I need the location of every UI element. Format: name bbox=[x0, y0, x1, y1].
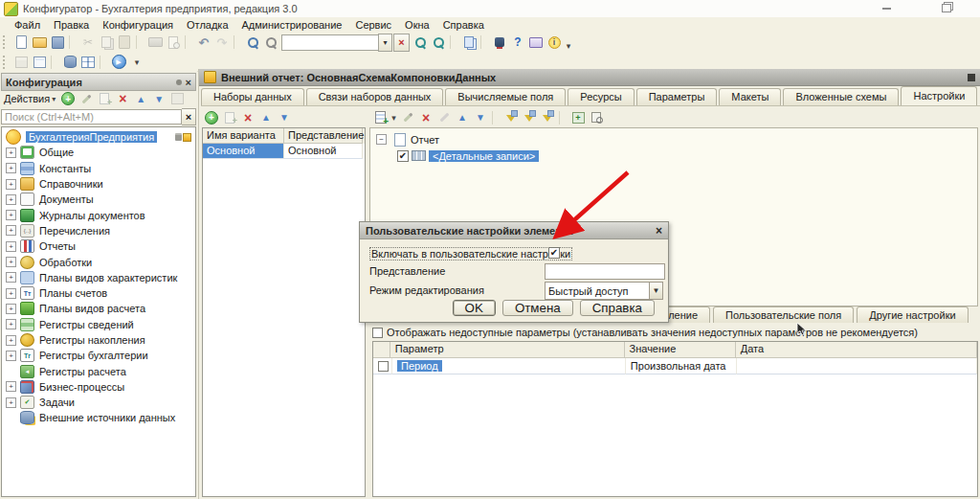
add-element-icon[interactable] bbox=[371, 109, 389, 125]
tree-item[interactable]: +Обработки bbox=[2, 254, 195, 269]
add-icon[interactable] bbox=[59, 91, 77, 107]
undo-icon[interactable] bbox=[195, 34, 212, 51]
expand-icon[interactable]: + bbox=[6, 351, 16, 361]
variant-row[interactable]: ОсновнойОсновной bbox=[203, 144, 365, 159]
parameter-row[interactable]: ПериодПроизвольная дата bbox=[373, 358, 977, 374]
tree-item[interactable]: +Отчеты bbox=[2, 238, 195, 254]
tree-item[interactable]: +Журналы документов bbox=[2, 207, 195, 222]
column-header[interactable]: Имя варианта bbox=[203, 128, 284, 144]
tab-active[interactable]: Настройки bbox=[901, 86, 977, 105]
expand-icon[interactable]: + bbox=[6, 210, 16, 220]
start-debugging-icon[interactable] bbox=[110, 54, 127, 70]
ok-button[interactable]: OK bbox=[453, 300, 496, 316]
collapse-icon[interactable]: − bbox=[376, 134, 387, 145]
dropdown-caret-icon[interactable] bbox=[390, 109, 398, 125]
expand-icon[interactable]: + bbox=[6, 257, 16, 267]
search-clear-icon[interactable]: × bbox=[182, 108, 196, 125]
form-icon[interactable] bbox=[12, 54, 30, 70]
delete-icon[interactable] bbox=[239, 109, 256, 125]
expand-icon[interactable]: + bbox=[6, 272, 16, 283]
parameter-checkbox[interactable] bbox=[378, 361, 389, 372]
edit-mode-select[interactable]: Быстрый доступ ▼ bbox=[545, 282, 663, 300]
menu-item[interactable]: Конфигурация bbox=[96, 19, 180, 31]
tree-item[interactable]: Регистры расчета bbox=[2, 363, 195, 378]
menu-item[interactable]: Справка bbox=[436, 19, 491, 31]
move-up-icon[interactable] bbox=[132, 91, 149, 107]
database-icon[interactable] bbox=[61, 54, 78, 70]
menu-item[interactable]: Правка bbox=[47, 19, 96, 31]
tree-item-report[interactable]: − Отчет bbox=[376, 131, 977, 147]
expand-icon[interactable]: + bbox=[6, 163, 16, 173]
close-icon[interactable]: × bbox=[186, 77, 191, 88]
column-header[interactable]: Значение bbox=[625, 342, 736, 358]
add-copy-icon[interactable] bbox=[96, 91, 113, 107]
menu-item[interactable]: Окна bbox=[398, 19, 436, 31]
tree-item[interactable]: +Планы счетов bbox=[2, 285, 195, 301]
menu-item[interactable]: Администрирование bbox=[235, 19, 349, 31]
expand-icon[interactable]: + bbox=[6, 147, 16, 158]
detail-records-checkbox[interactable] bbox=[397, 150, 409, 162]
actions-menu[interactable]: Действия bbox=[4, 93, 50, 104]
parameter-date-cell[interactable] bbox=[737, 358, 977, 374]
expand-icon[interactable]: + bbox=[6, 397, 16, 408]
quick-search-input[interactable] bbox=[281, 34, 378, 51]
expand-icon[interactable]: + bbox=[6, 241, 16, 252]
tree-item[interactable]: +Регистры бухгалтерии bbox=[2, 348, 195, 363]
search-input[interactable] bbox=[1, 109, 182, 125]
quick-search-combo[interactable]: ▾ × bbox=[281, 34, 410, 52]
settings-bottom-tab[interactable]: Пользовательские поля bbox=[713, 306, 854, 323]
toolbar-grip[interactable] bbox=[3, 35, 10, 49]
menu-item[interactable]: Сервис bbox=[348, 19, 398, 31]
global-search-icon[interactable] bbox=[244, 34, 261, 51]
tree-item[interactable]: БухгалтерияПредприятия bbox=[2, 129, 195, 145]
tree-item[interactable]: +Справочники bbox=[2, 176, 195, 192]
tab-item[interactable]: Ресурсы bbox=[568, 88, 634, 105]
autoorder-icon[interactable] bbox=[435, 109, 453, 125]
add-icon[interactable] bbox=[203, 109, 220, 125]
column-header[interactable]: Параметр bbox=[390, 342, 625, 358]
document-window-controls[interactable] bbox=[968, 74, 975, 81]
expand-icon[interactable]: + bbox=[6, 194, 16, 205]
move-out-of-group-icon[interactable] bbox=[539, 109, 556, 125]
settings-add-icon[interactable] bbox=[569, 109, 587, 125]
checkbox-column-header[interactable] bbox=[373, 342, 390, 358]
zoom-icon[interactable] bbox=[262, 34, 279, 51]
sort-icon[interactable] bbox=[168, 91, 186, 107]
move-down-icon[interactable] bbox=[276, 109, 293, 125]
grouping-icon[interactable] bbox=[502, 109, 520, 125]
save-icon[interactable] bbox=[49, 34, 66, 51]
tree-item[interactable]: +Общие bbox=[2, 145, 195, 160]
expand-icon[interactable]: + bbox=[6, 179, 16, 190]
help-book-icon[interactable] bbox=[527, 34, 545, 51]
tree-item[interactable]: +Константы bbox=[2, 161, 195, 176]
tree-item[interactable]: +Документы bbox=[2, 192, 195, 207]
tree-item[interactable]: +Регистры накопления bbox=[2, 332, 195, 348]
move-up-icon[interactable] bbox=[257, 109, 275, 125]
variant-presentation-cell[interactable]: Основной bbox=[284, 144, 363, 159]
paste-icon[interactable] bbox=[116, 34, 133, 51]
toolbar-grip[interactable] bbox=[3, 56, 10, 69]
settings-bottom-tab[interactable]: Другие настройки bbox=[857, 306, 968, 323]
expand-icon[interactable]: + bbox=[6, 288, 16, 299]
presentation-input[interactable] bbox=[545, 263, 665, 280]
tab-item[interactable]: Макеты bbox=[719, 88, 781, 105]
tab-item[interactable]: Наборы данных bbox=[201, 88, 304, 105]
delete-icon[interactable] bbox=[417, 109, 434, 125]
tree-item[interactable]: Внешние источники данных bbox=[2, 410, 195, 425]
new-document-icon[interactable] bbox=[12, 34, 30, 51]
dropdown-icon[interactable]: ▼ bbox=[649, 283, 662, 299]
move-up-icon[interactable] bbox=[454, 109, 471, 125]
settings-search-icon[interactable] bbox=[588, 109, 605, 125]
help-search-icon[interactable] bbox=[509, 34, 526, 51]
table-icon[interactable] bbox=[79, 54, 97, 70]
tab-item[interactable]: Параметры bbox=[636, 88, 718, 105]
tree-item[interactable]: +Перечисления bbox=[2, 223, 195, 238]
toolbar-caret-icon[interactable] bbox=[128, 54, 145, 70]
move-down-icon[interactable] bbox=[472, 109, 489, 125]
combo-clear-icon[interactable]: × bbox=[393, 34, 410, 52]
print-preview-icon[interactable] bbox=[165, 34, 182, 51]
combo-dropdown-icon[interactable]: ▾ bbox=[378, 34, 392, 52]
about-icon[interactable] bbox=[546, 34, 563, 51]
column-header[interactable]: Дата bbox=[736, 342, 977, 358]
edit-icon[interactable] bbox=[399, 109, 416, 125]
